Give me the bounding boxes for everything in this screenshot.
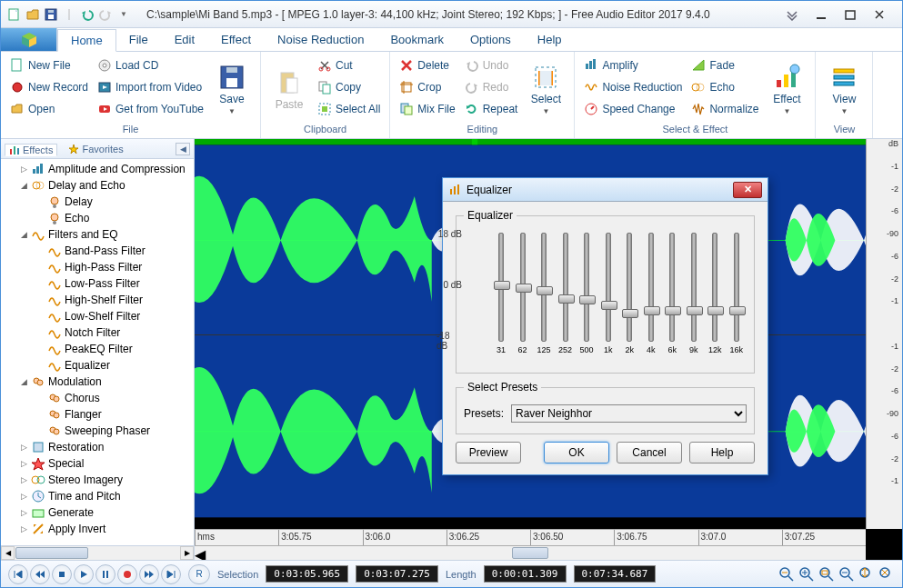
undo-button[interactable]: Undo bbox=[463, 55, 520, 75]
delete-button[interactable]: Delete bbox=[397, 55, 457, 75]
qat-redo-icon[interactable] bbox=[97, 6, 114, 23]
zoom-fit-icon[interactable] bbox=[818, 566, 835, 583]
tree-node-special[interactable]: ▷Special bbox=[1, 455, 194, 472]
eq-track[interactable] bbox=[669, 233, 675, 342]
tab-edit[interactable]: Edit bbox=[162, 28, 208, 51]
qat-dropdown-icon[interactable]: ▼ bbox=[115, 6, 132, 23]
close-icon[interactable] bbox=[873, 8, 891, 21]
tree-node-apply-invert[interactable]: ▷Apply Invert bbox=[1, 521, 194, 537]
dialog-close-button[interactable]: ✕ bbox=[733, 182, 762, 198]
eq-band-4k[interactable]: 4k bbox=[641, 233, 661, 362]
eq-band-12k[interactable]: 12k bbox=[705, 233, 725, 362]
preview-button[interactable]: Preview bbox=[456, 442, 521, 463]
eq-band-9k[interactable]: 9k bbox=[684, 233, 704, 362]
tree-node-time-and-pitch[interactable]: ▷Time and Pitch bbox=[1, 488, 194, 504]
tree-node-low-shelf-filter[interactable]: Low-Shelf Filter bbox=[1, 308, 194, 324]
eq-track[interactable] bbox=[691, 233, 697, 342]
eq-thumb[interactable] bbox=[644, 306, 660, 315]
eq-thumb[interactable] bbox=[665, 306, 681, 315]
sidebar-scrollbar[interactable]: ◀ ▶ bbox=[1, 545, 194, 560]
amplify-button[interactable]: Amplify bbox=[582, 55, 684, 75]
eq-track[interactable] bbox=[734, 233, 739, 342]
go-start-button[interactable] bbox=[8, 564, 28, 584]
zoom-out-icon[interactable] bbox=[838, 566, 855, 583]
expand-icon[interactable]: ▷ bbox=[19, 508, 28, 517]
eq-band-252[interactable]: 252 bbox=[556, 233, 576, 362]
zoom-selection-icon[interactable] bbox=[778, 566, 795, 583]
presets-dropdown[interactable]: Raver Neighhor bbox=[511, 404, 747, 423]
tab-options[interactable]: Options bbox=[457, 28, 525, 51]
paste-button[interactable]: Paste bbox=[268, 55, 310, 124]
tree-node-band-pass-filter[interactable]: Band-Pass Filter bbox=[1, 243, 194, 259]
tree-node-equalizer[interactable]: Equalizer bbox=[1, 357, 194, 374]
mix-file-button[interactable]: Mix File bbox=[397, 99, 457, 119]
effect-big-button[interactable]: Effect▼ bbox=[766, 55, 808, 124]
tree-node-restoration[interactable]: ▷Restoration bbox=[1, 439, 194, 455]
scroll-right-icon[interactable]: ▶ bbox=[180, 546, 194, 560]
view-big-button[interactable]: View▼ bbox=[823, 55, 865, 124]
sidebar-tab-favorites[interactable]: Favorites bbox=[65, 144, 126, 154]
time-ruler[interactable]: hms3:05.753:06.03:06.253:06.503:06.753:0… bbox=[195, 529, 866, 545]
eq-thumb[interactable] bbox=[601, 301, 617, 310]
tab-effect[interactable]: Effect bbox=[208, 28, 265, 51]
repeat-button[interactable]: Repeat bbox=[463, 99, 520, 119]
eq-thumb[interactable] bbox=[729, 306, 746, 315]
open-button[interactable]: Open bbox=[8, 99, 90, 119]
expand-icon[interactable]: ▷ bbox=[19, 459, 28, 468]
tab-noise-reduction[interactable]: Noise Reduction bbox=[265, 28, 377, 51]
tree-node-generate[interactable]: ▷Generate bbox=[1, 504, 194, 521]
tree-node-amplitude-and-compression[interactable]: ▷Amplitude and Compression bbox=[1, 161, 194, 177]
effects-tree[interactable]: ▷Amplitude and Compression◢Delay and Ech… bbox=[1, 159, 194, 545]
qat-new-icon[interactable] bbox=[6, 6, 23, 23]
app-button[interactable] bbox=[1, 28, 57, 51]
rewind-button[interactable] bbox=[30, 564, 50, 584]
dialog-titlebar[interactable]: Equalizer ✕ bbox=[443, 178, 768, 202]
cancel-button[interactable]: Cancel bbox=[617, 442, 682, 463]
minimize-icon[interactable] bbox=[815, 8, 833, 21]
maximize-icon[interactable] bbox=[844, 8, 862, 21]
eq-band-16k[interactable]: 16k bbox=[727, 233, 747, 362]
redo-button[interactable]: Redo bbox=[463, 77, 520, 97]
expand-icon[interactable]: ▷ bbox=[19, 164, 28, 174]
eq-thumb[interactable] bbox=[707, 306, 724, 315]
sidebar-pin-icon[interactable]: ◀ bbox=[176, 143, 190, 155]
forward-button[interactable] bbox=[139, 564, 159, 584]
tree-node-high-shelf-filter[interactable]: High-Shelf Filter bbox=[1, 292, 194, 308]
qat-undo-icon[interactable] bbox=[79, 6, 95, 23]
play-button[interactable] bbox=[74, 564, 94, 584]
tree-node-stereo-imagery[interactable]: ▷Stereo Imagery bbox=[1, 472, 194, 488]
save-button[interactable]: Save▼ bbox=[211, 55, 253, 124]
eq-track[interactable] bbox=[498, 233, 504, 342]
tab-bookmark[interactable]: Bookmark bbox=[377, 28, 457, 51]
expand-icon[interactable]: ▷ bbox=[19, 443, 28, 452]
tree-node-flanger[interactable]: Flanger bbox=[1, 406, 194, 423]
wave-scrollbar[interactable]: ◀ ▶ bbox=[195, 545, 866, 560]
stop-button[interactable] bbox=[52, 564, 72, 584]
expand-icon[interactable]: ◢ bbox=[19, 230, 28, 239]
tree-node-sweeping-phaser[interactable]: Sweeping Phaser bbox=[1, 423, 194, 439]
eq-thumb[interactable] bbox=[494, 281, 510, 290]
eq-band-125[interactable]: 125 bbox=[534, 233, 554, 362]
scroll-thumb[interactable] bbox=[15, 547, 88, 559]
echo-button[interactable]: Echo bbox=[689, 77, 760, 97]
go-end-button[interactable] bbox=[161, 564, 181, 584]
eq-thumb[interactable] bbox=[516, 284, 532, 293]
eq-thumb[interactable] bbox=[687, 306, 703, 315]
tree-node-chorus[interactable]: Chorus bbox=[1, 390, 194, 406]
new-record-button[interactable]: New Record bbox=[8, 77, 90, 97]
record-button[interactable] bbox=[117, 564, 137, 584]
wavescroll-thumb[interactable] bbox=[512, 547, 548, 559]
eq-thumb[interactable] bbox=[537, 286, 553, 295]
cut-button[interactable]: Cut bbox=[316, 55, 382, 75]
pause-button[interactable] bbox=[95, 564, 115, 584]
eq-track[interactable] bbox=[712, 233, 717, 342]
fade-button[interactable]: Fade bbox=[689, 55, 760, 75]
zoom-in-icon[interactable] bbox=[798, 566, 815, 583]
zoom-vert-in-icon[interactable] bbox=[858, 566, 875, 583]
eq-track[interactable] bbox=[563, 233, 568, 342]
eq-track[interactable] bbox=[606, 233, 611, 342]
select-all-button[interactable]: Select All bbox=[316, 99, 382, 119]
eq-thumb[interactable] bbox=[579, 295, 596, 304]
eq-track[interactable] bbox=[584, 233, 589, 342]
crop-button[interactable]: Crop bbox=[397, 77, 457, 97]
